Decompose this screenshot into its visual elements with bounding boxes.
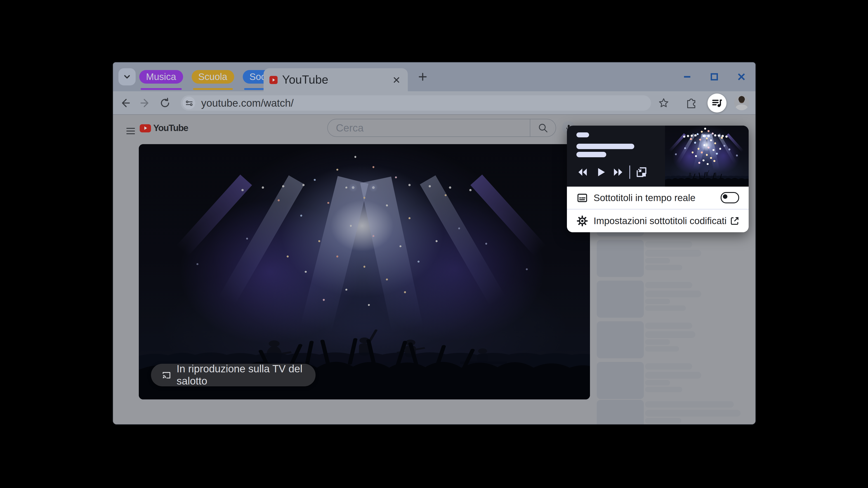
cast-toast: In riproduzione sulla TV del salotto — [151, 364, 315, 386]
forward-arrow-icon — [139, 97, 151, 109]
guide-menu-button[interactable] — [122, 123, 139, 140]
cast-toast-text: In riproduzione sulla TV del salotto — [177, 363, 315, 387]
play-icon — [271, 77, 276, 82]
star-icon — [658, 97, 670, 109]
tab-group-underline-scuola — [193, 88, 232, 90]
tab-groups: Musica Scuola Social — [139, 70, 282, 90]
fast-forward-icon — [613, 168, 624, 177]
minimize-icon — [682, 72, 692, 82]
forward-button[interactable] — [136, 94, 154, 111]
media-text-placeholder — [577, 144, 634, 149]
picture-in-picture-icon — [636, 166, 647, 178]
search-bar — [327, 119, 556, 137]
screen: Musica Scuola Social YouTub — [0, 0, 868, 488]
thumbnail-placeholder — [597, 400, 644, 424]
new-tab-button[interactable] — [415, 69, 430, 85]
live-captions-row[interactable]: Sottotitoli in tempo reale — [567, 187, 749, 209]
video-player[interactable]: In riproduzione sulla TV del salotto — [139, 144, 590, 399]
search-icon — [537, 122, 549, 134]
external-link-icon — [729, 216, 740, 226]
browser-window: Musica Scuola Social YouTub — [113, 62, 755, 424]
extensions-puzzle-icon — [685, 97, 697, 109]
extensions-button[interactable] — [683, 94, 700, 111]
tab-youtube[interactable]: YouTube — [264, 68, 408, 91]
live-captions-label: Sottotitoli in tempo reale — [594, 192, 721, 203]
previous-track-button[interactable] — [577, 166, 589, 178]
controls-divider — [629, 165, 630, 179]
site-settings-button[interactable] — [183, 97, 195, 109]
url-text: youtube.com/watch/ — [201, 97, 293, 109]
related-video-skeleton — [597, 321, 750, 362]
address-bar[interactable]: youtube.com/watch/ — [181, 95, 651, 111]
plus-icon — [418, 72, 428, 82]
back-arrow-icon — [119, 97, 131, 109]
search-input[interactable] — [335, 119, 530, 137]
close-icon — [737, 72, 746, 82]
live-captions-toggle[interactable] — [721, 192, 739, 203]
picture-in-picture-button[interactable] — [635, 166, 648, 178]
related-video-skeleton — [597, 281, 750, 321]
related-video-skeleton — [597, 240, 750, 281]
bookmark-button[interactable] — [655, 94, 672, 111]
concert-video-frame — [139, 144, 590, 399]
maximize-button[interactable] — [707, 69, 722, 85]
thumbnail-placeholder — [597, 362, 644, 399]
tab-search-button[interactable] — [119, 68, 135, 86]
cast-icon — [161, 369, 171, 381]
youtube-logo[interactable]: YouTube — [140, 123, 188, 133]
play-button[interactable] — [595, 166, 608, 178]
tune-icon — [185, 99, 193, 107]
browser-toolbar: youtube.com/watch/ — [113, 91, 755, 115]
captions-icon — [577, 192, 588, 203]
thumbnail-placeholder — [597, 240, 644, 277]
play-icon — [597, 168, 605, 177]
thumbnail-placeholder — [597, 321, 644, 358]
tab-strip: Musica Scuola Social YouTub — [113, 62, 755, 91]
close-window-button[interactable] — [734, 69, 749, 85]
caption-settings-row[interactable]: Impostazioni sottotitoli codificati — [567, 210, 749, 232]
thumbnail-placeholder — [597, 281, 644, 318]
media-controls-button[interactable] — [708, 94, 726, 112]
gear-icon — [577, 215, 588, 227]
tab-group-underline-musica — [141, 88, 182, 90]
play-icon — [143, 126, 148, 131]
media-popup-player — [567, 126, 749, 187]
maximize-icon — [709, 72, 719, 82]
chevron-down-icon — [123, 72, 131, 81]
minimize-button[interactable] — [680, 69, 695, 85]
rewind-icon — [577, 168, 588, 177]
tab-close-button[interactable] — [392, 75, 401, 85]
youtube-play-badge — [140, 124, 151, 132]
media-title-placeholder — [577, 132, 589, 137]
media-album-art — [665, 126, 749, 187]
tab-group-scuola: Scuola — [191, 70, 234, 90]
queue-music-icon — [711, 97, 723, 109]
youtube-favicon — [270, 76, 278, 84]
reload-button[interactable] — [156, 94, 174, 111]
close-icon — [393, 76, 401, 84]
youtube-wordmark: YouTube — [153, 123, 188, 133]
reload-icon — [159, 97, 171, 109]
next-track-button[interactable] — [612, 166, 625, 178]
window-controls — [680, 62, 749, 91]
related-video-skeleton — [597, 362, 750, 402]
media-controls-popup: Sottotitoli in tempo reale Impost — [567, 126, 749, 232]
media-text-placeholder — [577, 152, 606, 157]
caption-settings-label: Impostazioni sottotitoli codificati — [594, 216, 729, 226]
back-button[interactable] — [117, 94, 134, 111]
hamburger-menu-icon — [125, 126, 136, 136]
tab-title: YouTube — [282, 73, 392, 87]
page-dim-overlay — [139, 144, 590, 399]
tab-group-musica: Musica — [139, 70, 183, 90]
tab-group-chip-scuola[interactable]: Scuola — [191, 70, 234, 84]
search-button[interactable] — [530, 119, 556, 136]
profile-avatar[interactable] — [734, 95, 749, 110]
related-video-skeleton — [597, 400, 750, 424]
tab-group-chip-musica[interactable]: Musica — [139, 70, 183, 84]
